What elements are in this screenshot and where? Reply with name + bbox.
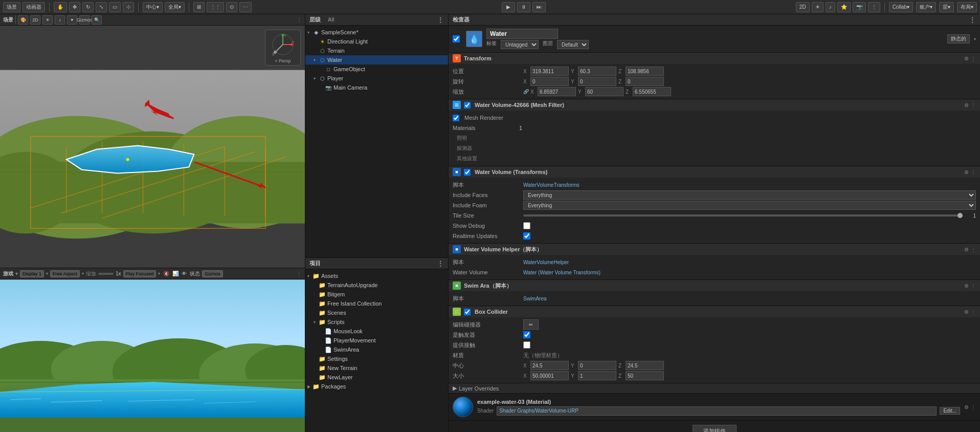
object-enable-check[interactable] — [453, 35, 460, 42]
inspector-menu-btn[interactable]: ⋮ — [969, 16, 976, 24]
shading-btn[interactable]: 🎨 — [18, 15, 28, 25]
project-item-swimarea[interactable]: 📄 SwimArea — [305, 345, 448, 354]
material-settings-icon[interactable]: ⚙ — [964, 404, 969, 410]
gizmos-game-btn[interactable]: 👁 — [182, 271, 187, 276]
aspect-select[interactable]: Free Aspect — [50, 270, 80, 277]
bc-size-z-input[interactable] — [626, 371, 664, 380]
project-item-scenes[interactable]: 📁 Scenes — [305, 308, 448, 317]
wvh-settings-icon[interactable]: ⚙ — [964, 247, 969, 252]
static-arrow[interactable]: ▾ — [974, 37, 976, 41]
hierarchy-menu-btn[interactable]: ⋮ — [437, 16, 444, 24]
project-item-scripts[interactable]: ▾ 📁 Scripts — [305, 317, 448, 327]
game-canvas[interactable] — [0, 279, 305, 432]
rot-y-input[interactable] — [578, 77, 616, 86]
layout-btn[interactable]: 布局▾ — [957, 2, 977, 12]
snap-btn[interactable]: ⋮⋮ — [207, 2, 224, 12]
hierarchy-item-dir-light[interactable]: ☀ Directional Light — [305, 37, 448, 46]
play-focused-btn[interactable]: Play Focused — [123, 270, 157, 277]
scale-x-input[interactable] — [538, 87, 576, 96]
swim-ara-script-value[interactable]: SwimArea — [523, 296, 976, 301]
bc-size-x-input[interactable] — [530, 371, 569, 380]
wvt-include-faces-select[interactable]: Everything — [523, 190, 976, 200]
fx-btn[interactable]: ⭐ — [837, 2, 851, 12]
mute-btn[interactable]: 🔇 — [163, 271, 169, 276]
pos-y-input[interactable] — [578, 67, 616, 76]
global-btn[interactable]: 全局▾ — [165, 2, 185, 12]
box-collider-more-icon[interactable]: ⋮ — [971, 309, 976, 315]
project-item-mouselook[interactable]: 📄 MouseLook — [305, 327, 448, 336]
wvt-script-value[interactable]: WaterVolumeTransforms — [523, 182, 976, 188]
wvt-header[interactable]: ■ Water Volume (Transforms) ⚙ ⋮ — [449, 166, 980, 178]
rotate-tool[interactable]: ↻ — [82, 2, 94, 12]
step-button[interactable]: ⏭ — [532, 2, 546, 12]
scale-y-input[interactable] — [585, 87, 623, 96]
wvh-script-value[interactable]: WaterVolumeHelper — [523, 260, 976, 265]
play-button[interactable]: ▶ — [502, 2, 515, 12]
project-item-player-movement[interactable]: 📄 PlayerMovement — [305, 336, 448, 345]
swim-ara-more-icon[interactable]: ⋮ — [971, 283, 976, 289]
tag-select[interactable]: Untagged — [501, 40, 539, 49]
grid-btn[interactable]: ⊞ — [193, 2, 205, 12]
transform-settings-icon[interactable]: ⚙ — [964, 56, 969, 61]
collab-btn[interactable]: Collab▾ — [889, 2, 913, 12]
project-item-free-island[interactable]: 📁 Free Island Collection — [305, 299, 448, 308]
hierarchy-item-gameobject[interactable]: □ GameObject — [305, 64, 448, 74]
hierarchy-item-samplescene[interactable]: ▾ ◈ SampleScene* — [305, 28, 448, 37]
project-item-assets[interactable]: ▾ 📁 Assets — [305, 271, 448, 280]
animator-tab[interactable]: 动画器 — [23, 2, 45, 12]
project-menu-btn[interactable]: ⋮ — [437, 260, 444, 268]
box-collider-enable[interactable] — [464, 309, 471, 315]
move-tool[interactable]: ✥ — [69, 2, 80, 12]
swim-ara-header[interactable]: ■ Swim Ara（脚本） ⚙ ⋮ — [449, 280, 980, 291]
scene-gizmo-btn[interactable]: Gizmos — [79, 15, 90, 25]
rect-tool[interactable]: ▭ — [109, 2, 121, 12]
mesh-renderer-check[interactable] — [453, 115, 459, 121]
hand-tool[interactable]: ✋ — [54, 2, 67, 12]
pause-button[interactable]: ⏸ — [517, 2, 530, 12]
wv-mesh-more-icon[interactable]: ⋮ — [971, 102, 976, 108]
audio-scene-btn[interactable]: ♪ — [55, 15, 65, 25]
lighting-btn[interactable]: ☀ — [812, 2, 823, 12]
2d-btn[interactable]: 2D — [796, 2, 810, 12]
rot-z-input[interactable] — [626, 77, 664, 86]
box-collider-settings-icon[interactable]: ⚙ — [964, 309, 969, 315]
scene-menu-btn[interactable]: ⋮ — [297, 17, 302, 23]
wvt-more-icon[interactable]: ⋮ — [971, 169, 976, 175]
wv-mesh-enable[interactable] — [464, 102, 471, 109]
layer-select[interactable]: Default — [557, 40, 589, 49]
object-name-input[interactable] — [486, 29, 558, 39]
bc-size-y-input[interactable] — [578, 371, 616, 380]
gizmo-btn[interactable]: ⊙ — [226, 2, 237, 12]
material-edit-btn[interactable]: Edit... — [940, 407, 960, 415]
stats-btn[interactable]: 📊 — [172, 271, 179, 276]
box-collider-header[interactable]: □ Box Collider ⚙ ⋮ — [449, 306, 980, 317]
swim-ara-settings-icon[interactable]: ⚙ — [964, 283, 969, 289]
bc-center-x-input[interactable] — [530, 361, 569, 370]
layers-btn[interactable]: 层▾ — [939, 2, 954, 12]
project-item-settings[interactable]: 📁 Settings — [305, 354, 448, 363]
hierarchy-item-player[interactable]: ▾ ⬡ Player — [305, 74, 448, 83]
light-scene-btn[interactable]: ☀ — [42, 15, 53, 25]
project-item-bitgem[interactable]: 📁 Bitgem — [305, 290, 448, 299]
hierarchy-item-terrain[interactable]: ⬡ Terrain — [305, 46, 448, 55]
wvt-include-foam-select[interactable]: Everything — [523, 201, 976, 210]
hierarchy-all[interactable]: All — [328, 17, 335, 23]
wvh-header[interactable]: ■ Water Volume Helper（脚本） ⚙ ⋮ — [449, 244, 980, 255]
wvt-settings-icon[interactable]: ⚙ — [964, 169, 969, 175]
water-volume-mesh-header[interactable]: ⊞ Water Volume-42666 (Mesh Filter) ⚙ ⋮ — [449, 99, 980, 111]
project-item-terrain-auto[interactable]: 📁 TerrainAutoUpgrade — [305, 280, 448, 290]
gizmos-btn[interactable]: Gizmos — [202, 270, 223, 277]
provide-contacts-check[interactable] — [523, 341, 530, 349]
project-item-new-terrain[interactable]: 📁 New Terrain — [305, 363, 448, 373]
hierarchy-item-camera[interactable]: 📷 Main Camera — [305, 83, 448, 92]
edit-collider-btn[interactable]: ✏ — [523, 319, 539, 330]
layer-overrides-row[interactable]: ▶ Layer Overrides — [449, 383, 980, 394]
game-menu-btn[interactable]: ⋮ — [297, 271, 302, 276]
wvh-water-volume-value[interactable]: Water (Water Volume Transforms) — [523, 270, 976, 275]
wvt-realtime-check[interactable] — [523, 232, 530, 240]
gizmo-widget[interactable]: Y X Z < Persp — [265, 30, 301, 66]
material-shader-input[interactable] — [497, 406, 937, 416]
audio-btn[interactable]: ♪ — [826, 2, 835, 12]
misc-btn[interactable]: ⋯ — [239, 2, 252, 12]
scale-tool[interactable]: ⤡ — [96, 2, 107, 12]
